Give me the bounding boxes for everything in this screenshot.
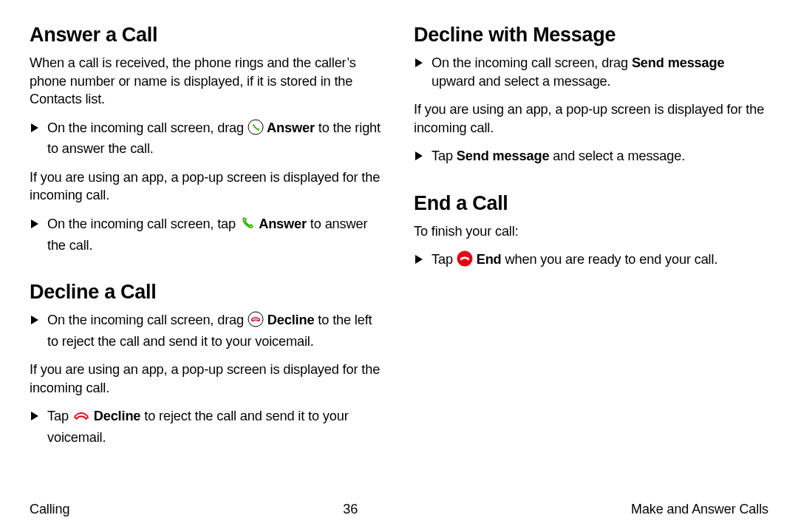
svg-point-1 xyxy=(248,312,263,327)
right-column: Decline with Message On the incoming cal… xyxy=(414,24,768,497)
para-popup-note: If you are using an app, a pop-up screen… xyxy=(414,100,768,137)
text-fragment: upward and select a message. xyxy=(432,74,611,89)
content-columns: Answer a Call When a call is received, t… xyxy=(30,24,768,497)
footer-page-number: 36 xyxy=(343,502,358,517)
bold-decline: Decline xyxy=(90,409,141,423)
triangle-marker-icon xyxy=(31,123,38,132)
footer-section-name: Calling xyxy=(30,502,69,517)
triangle-marker-icon xyxy=(415,58,423,67)
para-end-intro: To finish your call: xyxy=(414,222,768,241)
page-footer: Calling 36 Make and Answer Calls xyxy=(30,497,768,517)
bold-answer: Answer xyxy=(264,120,315,135)
step-text: On the incoming call screen, drag Declin… xyxy=(47,311,384,350)
step-tap-end: Tap End when you are ready to end your c… xyxy=(414,250,768,272)
text-fragment: Tap xyxy=(432,149,457,163)
heading-decline-call: Decline a Call xyxy=(30,281,384,304)
triangle-marker-icon xyxy=(415,151,423,160)
heading-answer-call: Answer a Call xyxy=(30,24,384,47)
text-fragment: when you are ready to end your call. xyxy=(502,252,718,267)
step-drag-send-message: On the incoming call screen, drag Send m… xyxy=(414,54,768,90)
step-text: Tap End when you are ready to end your c… xyxy=(432,250,717,272)
step-text: On the incoming call screen, drag Send m… xyxy=(432,54,768,90)
text-fragment: Tap xyxy=(47,409,72,423)
step-text: Tap Send message and select a message. xyxy=(432,147,685,166)
step-tap-send-message: Tap Send message and select a message. xyxy=(414,147,768,166)
text-fragment: Tap xyxy=(432,252,457,267)
para-answer-intro: When a call is received, the phone rings… xyxy=(30,54,384,109)
text-fragment: and select a message. xyxy=(549,149,685,163)
step-tap-answer: On the incoming call screen, tap Answer … xyxy=(30,215,384,254)
step-text: Tap Decline to reject the call and send … xyxy=(47,407,384,446)
step-drag-decline: On the incoming call screen, drag Declin… xyxy=(30,311,384,350)
manual-page: Answer a Call When a call is received, t… xyxy=(0,0,798,532)
para-popup-note: If you are using an app, a pop-up screen… xyxy=(30,361,384,397)
decline-phone-icon xyxy=(72,409,90,429)
triangle-marker-icon xyxy=(31,412,38,420)
decline-circle-icon xyxy=(248,311,264,332)
step-drag-answer: On the incoming call screen, drag Answer… xyxy=(30,119,384,158)
para-popup-note: If you are using an app, a pop-up screen… xyxy=(30,168,384,205)
text-fragment: On the incoming call screen, drag xyxy=(47,313,248,327)
answer-circle-icon xyxy=(248,119,264,140)
end-call-icon xyxy=(457,250,473,272)
text-fragment: On the incoming call screen, drag xyxy=(47,120,248,135)
triangle-marker-icon xyxy=(31,219,38,228)
bold-send-message: Send message xyxy=(457,149,550,163)
bold-decline: Decline xyxy=(264,313,315,327)
step-text: On the incoming call screen, tap Answer … xyxy=(47,215,384,254)
left-column: Answer a Call When a call is received, t… xyxy=(30,24,384,497)
heading-end-call: End a Call xyxy=(414,192,768,215)
heading-decline-message: Decline with Message xyxy=(414,24,768,47)
triangle-marker-icon xyxy=(415,255,423,264)
bold-send-message: Send message xyxy=(632,55,725,70)
text-fragment: On the incoming call screen, tap xyxy=(47,216,239,231)
step-tap-decline: Tap Decline to reject the call and send … xyxy=(30,407,384,446)
bold-answer: Answer xyxy=(256,216,307,231)
answer-phone-icon xyxy=(239,215,256,236)
bold-end: End xyxy=(473,252,502,267)
step-text: On the incoming call screen, drag Answer… xyxy=(47,119,384,158)
triangle-marker-icon xyxy=(31,316,38,324)
footer-topic-name: Make and Answer Calls xyxy=(631,502,768,517)
text-fragment: On the incoming call screen, drag xyxy=(432,55,632,70)
